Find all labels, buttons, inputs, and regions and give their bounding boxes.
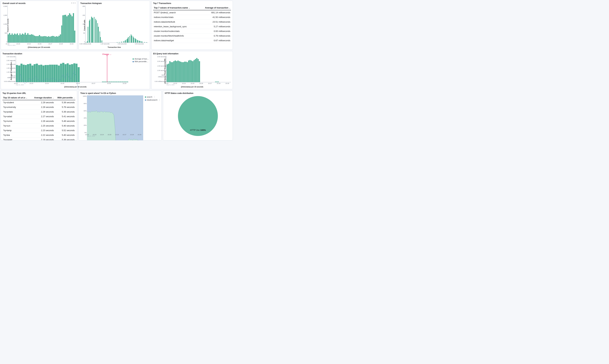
tick: 0 [3, 41, 7, 43]
bar [48, 36, 49, 42]
bar [171, 62, 172, 82]
duration-legend: Average of tran… 95th percentile… [132, 58, 149, 63]
bar [123, 41, 124, 42]
cell: 5.52 seconds [54, 128, 75, 133]
col-avg-duration[interactable]: Average duration⌄ [31, 95, 54, 100]
bar [22, 34, 23, 42]
bar [129, 36, 130, 42]
chevron-down-icon: ⌄ [53, 97, 54, 99]
table-row[interactable]: ?q=student2.29 seconds5.38 seconds [2, 100, 75, 105]
bar [100, 37, 101, 42]
timespent-chart[interactable]: 100%80%60%40%20%0% 15:2215:2315:2415:251… [87, 95, 143, 136]
panel-title: Overall count of records [2, 2, 75, 4]
panel-menu-icon[interactable]: ∘∘∘ [71, 1, 76, 4]
bar [27, 33, 28, 42]
bar [59, 36, 60, 42]
bar [70, 15, 71, 42]
tick: 15:27 [208, 83, 212, 85]
bar [216, 82, 218, 82]
bar [181, 62, 183, 82]
top15-table: Top 15 values of url.o⌄ Average duration… [2, 95, 75, 141]
cell: ?q=paper [2, 137, 31, 141]
date-note: July 31, 2023 [87, 135, 95, 137]
table-row[interactable]: cluster:monitor/fetch/health/info0.79 mi… [153, 34, 231, 38]
table-row[interactable]: cluster:monitor/nodes/stats0.93 millisec… [153, 29, 231, 34]
bar [198, 59, 199, 82]
legend-item[interactable]: Average of tran… [132, 58, 149, 60]
bar [94, 17, 94, 42]
tick: 15:24 [100, 134, 104, 136]
cell: retention_lease_background_sync [153, 24, 199, 29]
cell: cluster:monitor/nodes/stats [153, 29, 199, 34]
table-row[interactable]: ?q=paper2.19 seconds5.38 seconds [2, 137, 75, 141]
table-row[interactable]: ?q=salad2.27 seconds5.41 seconds [2, 114, 75, 119]
bar [195, 59, 196, 82]
bar [21, 35, 22, 42]
tick: 15:26 [115, 134, 119, 136]
col-95th[interactable]: 95th percentile⌄ [54, 95, 75, 100]
http-pie[interactable]: HTTP 2xx 100% [178, 96, 218, 136]
table-row[interactable]: ?q=tea2.22 seconds5.40 seconds [2, 133, 75, 137]
tick: 0 [81, 41, 85, 43]
bar [125, 40, 126, 42]
bar [17, 33, 18, 42]
bar [45, 36, 47, 42]
tick: 15:27 [92, 83, 95, 85]
bar [185, 62, 186, 82]
table-row[interactable]: indices:data/write/bulk23.51 millisecond… [153, 20, 231, 24]
bar [35, 36, 36, 42]
date-note: July 31, 2023 [7, 45, 15, 46]
cell: 5.36 seconds [54, 110, 75, 114]
bar [168, 64, 169, 82]
table-row[interactable]: retention_lease_background_sync5.27 mill… [153, 24, 231, 29]
duration-chart[interactable]: 3.00 seconds2.50 seconds2.00 seconds1.50… [16, 56, 128, 85]
bar [34, 36, 35, 42]
bar [41, 36, 43, 42]
col-transaction-name[interactable]: Top 7 values of transaction.name⌄ [153, 5, 199, 10]
table-row[interactable]: ?q=university2.28 seconds5.76 seconds [2, 105, 75, 110]
col-url[interactable]: Top 15 values of url.o⌄ [2, 95, 31, 100]
table-row[interactable]: indices:monitor/stats41.50 milliseconds [153, 15, 231, 20]
bar [142, 41, 143, 42]
bar [140, 41, 141, 42]
tick: 0.00 milliseconds [79, 43, 91, 46]
table-row[interactable]: ?q=lamp2.23 seconds5.52 seconds [2, 128, 75, 133]
cell: ?q=tea [2, 133, 31, 137]
bar [88, 27, 88, 42]
legend-item[interactable]: elasticsearch⋮ [145, 99, 160, 101]
legend-item[interactable]: 95th percentile… [132, 61, 149, 63]
legend-item[interactable]: search⋮ [145, 96, 160, 98]
tick: 15:25 [191, 83, 194, 85]
es-took-panel: ES Query took information ES Query "Took… [151, 51, 233, 89]
tick: 15:28 [130, 134, 134, 136]
col-avg-transaction[interactable]: Average of transaction⌄ [199, 5, 231, 10]
http-panel: HTTP Status code distribution HTTP 2xx 1… [163, 91, 233, 141]
bar [183, 62, 184, 82]
cell: 2.27 seconds [31, 114, 54, 119]
legend-menu-icon[interactable]: ⋮ [153, 96, 155, 98]
cell: 2.28 seconds [31, 105, 54, 110]
table-row[interactable]: ?q=nurse2.26 seconds5.48 seconds [2, 119, 75, 123]
histogram-panel: Transaction histogram Count of calls 200… [79, 1, 150, 50]
bar [96, 20, 97, 42]
es-took-chart[interactable]: 2.50 seconds2.00 seconds1.50 seconds1.00… [166, 56, 231, 85]
table-row[interactable]: ?q=sun2.25 seconds5.40 seconds [2, 123, 75, 128]
tick: 15:29 [225, 83, 229, 85]
bar [188, 61, 189, 82]
bar [9, 33, 10, 42]
table-row[interactable]: POST /{index}/_search691.14 milliseconds [153, 10, 231, 15]
bar [40, 36, 41, 42]
table-row[interactable]: ?q=potato2.28 seconds5.36 seconds [2, 110, 75, 114]
top15-panel: Top 15 queries from URL Top 15 values of… [1, 91, 77, 141]
bar [199, 61, 200, 82]
x-axis-label: @timestamp per 10 seconds [2, 46, 75, 48]
bar [53, 36, 54, 42]
tick: 500.00 milliseconds [154, 74, 166, 78]
table-row[interactable]: indices:data/read/get0.67 milliseconds [153, 38, 231, 43]
records-chart[interactable]: 2,0001,5001,0005000 15:2215:2315:2415:25… [7, 5, 75, 46]
histogram-chart[interactable]: 200150100500 0.00 milliseconds1.00 secon… [85, 5, 148, 46]
legend-menu-icon[interactable]: ⋮ [159, 99, 160, 101]
cell: 2.19 seconds [31, 137, 54, 141]
bar [68, 15, 69, 42]
x-axis-label: @timestamp per 10 seconds [153, 86, 231, 88]
